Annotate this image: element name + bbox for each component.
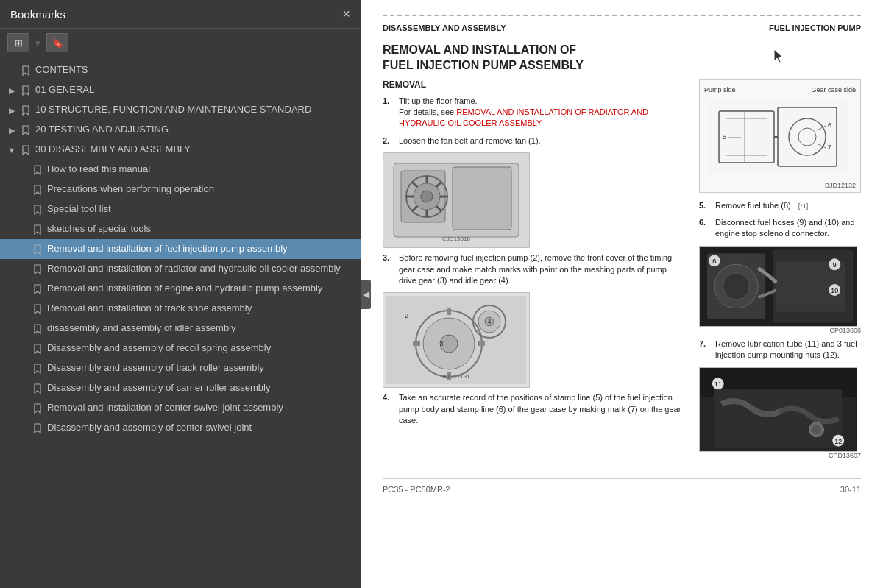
expand-btn-radiator [18, 263, 29, 275]
step-num-5: 5. [699, 200, 711, 211]
svg-point-5 [421, 191, 433, 202]
expand-all-button[interactable]: ⊞ [7, 33, 29, 52]
bookmark-icon-button[interactable]: 🔖 [46, 33, 68, 52]
tree-item-label-center-swivel: Removal and installation of center swive… [47, 402, 353, 414]
tree-item-label-sketches: sketches of special tools [47, 223, 353, 235]
svg-text:5: 5 [723, 133, 726, 141]
pump-side-label: Pump side [704, 86, 736, 93]
doc-step-1: 1. Tilt up the floor frame. For details,… [383, 96, 684, 130]
svg-point-49 [723, 273, 750, 300]
bookmark-icon-center-swivel [32, 403, 43, 414]
doc-body: REMOVAL 1. Tilt up the floor frame. For … [383, 79, 861, 464]
tree-item-idler[interactable]: disassembly and assembly of idler assemb… [0, 319, 361, 339]
tree-item-special-tool[interactable]: Special tool list [0, 199, 361, 219]
bookmark-icon-engine-hydraulic [32, 283, 43, 295]
expand-btn-idler [18, 323, 29, 335]
expand-btn-10-structure[interactable]: ▶ [6, 105, 18, 116]
bookmark-icon-01-general [21, 85, 31, 96]
doc-left-col: REMOVAL 1. Tilt up the floor frame. For … [383, 79, 684, 464]
photo1-svg: 8 9 10 [700, 246, 857, 327]
tree-item-01-general[interactable]: ▶ 01 GENERAL [0, 80, 361, 100]
bookmark-icon-30-disassembly [21, 144, 31, 156]
tree-item-label-10-structure: 10 STRUCTURE, FUNCTION AND MAINTENANCE S… [35, 104, 353, 116]
tree-item-contents[interactable]: CONTENTS [0, 60, 361, 80]
tree-item-20-testing[interactable]: ▶ 20 TESTING AND ADJUSTING [0, 120, 361, 140]
expand-btn-track-shoe [18, 303, 29, 315]
tree-item-center-swivel-2[interactable]: Disassembly and assembly of center swive… [0, 418, 361, 438]
tree-item-carrier-roller[interactable]: Disassembly and assembly of carrier roll… [0, 378, 361, 398]
tree-item-radiator[interactable]: Removal and installation of radiator and… [0, 259, 361, 279]
svg-text:6: 6 [828, 121, 831, 129]
grid-icon: ⊞ [15, 38, 23, 49]
engine-svg: CJD13016 [386, 156, 526, 244]
doc-step-6: 6. Disconnect fuel hoses (9) and (10) an… [699, 217, 861, 240]
tree-item-label-special-tool: Special tool list [47, 203, 353, 216]
sidebar-header: Bookmarks × [0, 0, 361, 29]
expand-btn-contents [6, 65, 18, 77]
svg-rect-2 [453, 167, 511, 230]
expand-btn-engine-hydraulic [18, 283, 29, 295]
tree-item-label-precautions: Precautions when performing operation [47, 183, 353, 196]
svg-text:11: 11 [714, 380, 722, 388]
gear-image: 3 4 2 BJD12131 [383, 292, 530, 388]
expand-btn-track-roller [18, 363, 29, 375]
tree-item-center-swivel[interactable]: Removal and installation of center swive… [0, 398, 361, 418]
bookmark-icon-precautions [32, 184, 43, 196]
tree-item-track-shoe[interactable]: Removal and installation of track shoe a… [0, 299, 361, 319]
tree-item-engine-hydraulic[interactable]: Removal and installation of engine and h… [0, 279, 361, 299]
bookmark-icon-fuel-injection-pump [32, 244, 43, 255]
close-button[interactable]: × [342, 7, 350, 21]
bookmark-icon-how-to-read [32, 164, 43, 176]
doc-header-right: FUEL INJECTION PUMP [769, 24, 861, 32]
expand-btn-20-testing[interactable]: ▶ [6, 124, 18, 136]
collapse-handle[interactable]: ◀ [361, 280, 371, 309]
expand-btn-01-general[interactable]: ▶ [6, 85, 18, 96]
expand-btn-how-to-read [18, 164, 29, 176]
tree-item-label-center-swivel-2: Disassembly and assembly of center swive… [47, 422, 353, 434]
step-text-5: Remove fuel tube (8). [*1] [715, 200, 808, 211]
doc-step-7: 7. Remove lubrication tube (11) and 3 fu… [699, 339, 861, 361]
expand-btn-30-disassembly[interactable]: ▼ [6, 144, 18, 156]
expand-btn-center-swivel [18, 403, 29, 414]
step-num-3: 3. [383, 252, 394, 286]
step-text-2: Loosen the fan belt and remove fan (1). [399, 135, 541, 146]
expand-btn-recoil-spring [18, 343, 29, 355]
right-photo-2-wrapper: 11 12 CPD13607 [699, 367, 861, 459]
main-content[interactable]: DISASSEMBLY AND ASSEMBLY FUEL INJECTION … [361, 0, 883, 588]
tree-item-track-roller[interactable]: Disassembly and assembly of track roller… [0, 358, 361, 378]
tree-item-30-disassembly[interactable]: ▼ 30 DISASSEMBLY AND ASSEMBLY [0, 140, 361, 160]
fan-belt-image: CJD13016 [383, 152, 530, 248]
tree-item-label-idler: disassembly and assembly of idler assemb… [47, 322, 353, 335]
svg-text:2: 2 [405, 312, 408, 319]
tree-item-recoil-spring[interactable]: Disassembly and assembly of recoil sprin… [0, 339, 361, 358]
tree-item-how-to-read[interactable]: How to read this manual [0, 160, 361, 180]
svg-text:CJD13016: CJD13016 [442, 235, 470, 242]
expand-btn-sketches [18, 224, 29, 235]
doc-right-col: Pump side Gear case side [699, 79, 861, 464]
sidebar-title: Bookmarks [10, 8, 65, 21]
diagram-caption: BJD12132 [704, 182, 856, 189]
svg-text:9: 9 [833, 261, 837, 269]
bookmark-icon-carrier-roller [32, 383, 43, 394]
bookmark-icon-idler [32, 323, 43, 335]
bookmark-icon-special-tool [32, 204, 43, 216]
bookmark-icon-contents [21, 65, 31, 77]
pump-schematic-svg: 5 6 7 [704, 96, 851, 177]
svg-text:8: 8 [712, 258, 716, 265]
footer-left: PC35 - PC50MR-2 [383, 485, 450, 494]
expand-btn-special-tool [18, 204, 29, 216]
sidebar: Bookmarks × ⊞ ▾ 🔖 CONTENTS▶ 01 GENERAL▶ … [0, 0, 361, 588]
tree-item-sketches[interactable]: sketches of special tools [0, 219, 361, 239]
svg-rect-22 [478, 341, 485, 346]
svg-rect-19 [447, 308, 451, 315]
tree-item-precautions[interactable]: Precautions when performing operation [0, 180, 361, 199]
sidebar-toolbar: ⊞ ▾ 🔖 [0, 29, 361, 57]
step-num-1: 1. [383, 96, 394, 130]
tree-item-10-structure[interactable]: ▶ 10 STRUCTURE, FUNCTION AND MAINTENANCE… [0, 100, 361, 120]
svg-rect-21 [413, 341, 420, 346]
removal-title: REMOVAL [383, 79, 684, 90]
tree-item-fuel-injection-pump[interactable]: Removal and installation of fuel injecti… [0, 239, 361, 259]
doc-main-title: REMOVAL AND INSTALLATION OF FUEL INJECTI… [383, 43, 589, 74]
doc-step-5: 5. Remove fuel tube (8). [*1] [699, 200, 861, 211]
tree-item-label-track-shoe: Removal and installation of track shoe a… [47, 302, 353, 315]
